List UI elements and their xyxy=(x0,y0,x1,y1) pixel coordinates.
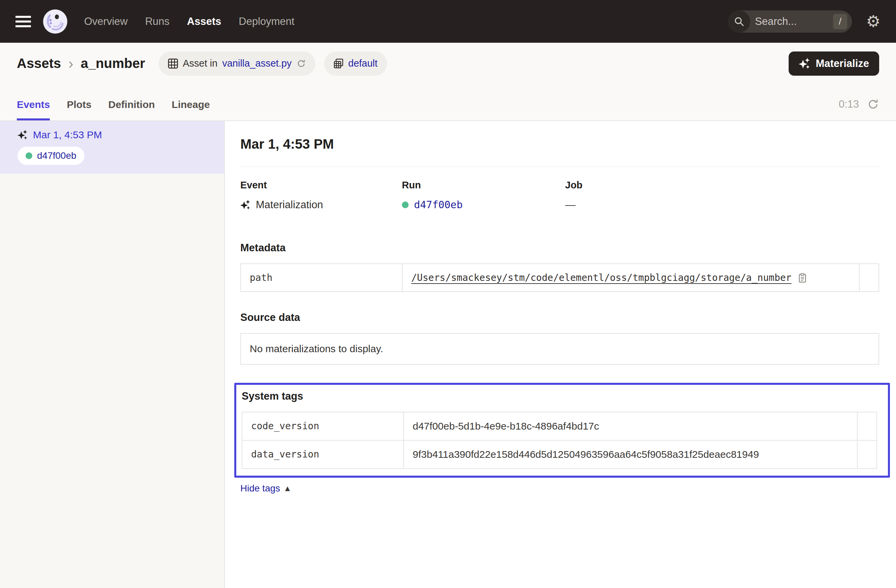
metadata-heading: Metadata xyxy=(240,242,879,254)
breadcrumb-chevron-icon: › xyxy=(68,56,73,71)
run-status-dot xyxy=(402,202,408,208)
system-tag-key: code_version xyxy=(242,412,404,440)
table-row: code_version d47f00eb-5d1b-4e9e-b18c-489… xyxy=(242,412,876,440)
event-detail-panel: Mar 1, 4:53 PM Event Materialization xyxy=(225,121,896,588)
search-input[interactable] xyxy=(750,15,833,27)
data-version-value: 9f3b411a390fd22e158d446d5d12504963596aa6… xyxy=(413,449,759,460)
job-column: Job — xyxy=(565,179,879,211)
table-row: data_version 9f3b411a390fd22e158d446d5d1… xyxy=(242,440,876,468)
event-detail-title: Mar 1, 4:53 PM xyxy=(240,137,879,152)
tab-definition[interactable]: Definition xyxy=(108,99,155,120)
search-icon xyxy=(728,11,750,33)
metadata-key: path xyxy=(241,264,402,291)
materialization-sparkle-icon xyxy=(240,200,250,210)
asset-tabs-row: Events Plots Definition Lineage 0:13 xyxy=(0,84,896,121)
refresh-icon[interactable] xyxy=(867,98,879,110)
tab-events[interactable]: Events xyxy=(17,99,50,120)
run-column-label: Run xyxy=(402,179,565,191)
hide-tags-link[interactable]: Hide tags ▲ xyxy=(240,483,291,494)
system-tags-heading: System tags xyxy=(242,390,877,402)
event-column-label: Event xyxy=(240,179,402,191)
reload-definition-icon[interactable] xyxy=(297,59,306,68)
run-column: Run d47f00eb xyxy=(402,179,565,211)
asset-in-label: Asset in xyxy=(183,58,218,69)
job-column-label: Job xyxy=(565,179,879,191)
materialization-sparkle-icon xyxy=(17,130,27,140)
divider xyxy=(240,167,879,167)
asset-tabs: Events Plots Definition Lineage xyxy=(17,99,210,120)
materialize-label: Materialize xyxy=(815,58,869,70)
nav-item-overview[interactable]: Overview xyxy=(84,15,128,27)
copy-icon[interactable] xyxy=(797,273,808,283)
materialize-button[interactable]: Materialize xyxy=(789,52,879,76)
repo-location-chip[interactable]: default xyxy=(324,52,387,76)
asset-header-row: Assets › a_number Asset in vanilla_asset… xyxy=(0,43,896,84)
metadata-path-link[interactable]: /Users/smackesey/stm/code/elementl/oss/t… xyxy=(411,272,791,283)
gear-icon[interactable]: ⚙ xyxy=(866,14,881,30)
search-shortcut-key: / xyxy=(833,14,847,29)
caret-up-icon: ▲ xyxy=(283,484,291,493)
asset-file-link[interactable]: vanilla_asset.py xyxy=(222,58,291,69)
source-data-empty-message: No materializations to display. xyxy=(240,333,879,365)
job-empty-value: — xyxy=(565,199,576,211)
grid-icon xyxy=(168,59,178,68)
tab-plots[interactable]: Plots xyxy=(67,99,91,120)
system-tag-key: data_version xyxy=(242,441,404,468)
layered-grid-icon xyxy=(334,59,344,68)
event-timestamp: Mar 1, 4:53 PM xyxy=(33,129,102,141)
metadata-table: path /Users/smackesey/stm/code/elementl/… xyxy=(240,263,879,292)
page-title: a_number xyxy=(81,56,145,71)
run-id-link[interactable]: d47f00eb xyxy=(414,199,463,211)
source-data-heading: Source data xyxy=(240,311,879,324)
nav-item-assets[interactable]: Assets xyxy=(187,15,221,27)
nav-item-deployment[interactable]: Deployment xyxy=(239,15,294,27)
breadcrumb-assets-link[interactable]: Assets xyxy=(17,56,61,71)
table-row: path /Users/smackesey/stm/code/elementl/… xyxy=(241,264,879,291)
tab-lineage[interactable]: Lineage xyxy=(172,99,210,120)
primary-nav: Overview Runs Assets Deployment xyxy=(84,15,294,27)
code-version-value: d47f00eb-5d1b-4e9e-b18c-4896af4bd17c xyxy=(413,421,599,432)
dagster-logo-icon[interactable] xyxy=(43,9,68,34)
system-tags-table: code_version d47f00eb-5d1b-4e9e-b18c-489… xyxy=(242,412,877,469)
run-id-chip[interactable]: d47f00eb xyxy=(17,147,84,165)
hamburger-menu-icon[interactable] xyxy=(15,16,31,27)
run-id-label: d47f00eb xyxy=(37,150,76,161)
refresh-countdown: 0:13 xyxy=(839,98,859,110)
sparkle-icon xyxy=(799,58,810,69)
run-status-dot xyxy=(26,152,32,159)
repo-default-link[interactable]: default xyxy=(348,58,378,69)
event-column: Event Materialization xyxy=(240,179,402,211)
system-tags-highlight-box: System tags code_version d47f00eb-5d1b-4… xyxy=(234,383,890,478)
asset-definition-chip[interactable]: Asset in vanilla_asset.py xyxy=(158,52,315,76)
event-list-item[interactable]: Mar 1, 4:53 PM d47f00eb xyxy=(0,121,224,173)
app-header: Overview Runs Assets Deployment / ⚙ xyxy=(0,0,896,43)
nav-item-runs[interactable]: Runs xyxy=(145,15,169,27)
event-type-value: Materialization xyxy=(256,199,323,211)
event-list-sidebar: Mar 1, 4:53 PM d47f00eb xyxy=(0,121,225,588)
search-box[interactable]: / xyxy=(728,11,852,33)
hide-tags-label: Hide tags xyxy=(240,483,280,494)
